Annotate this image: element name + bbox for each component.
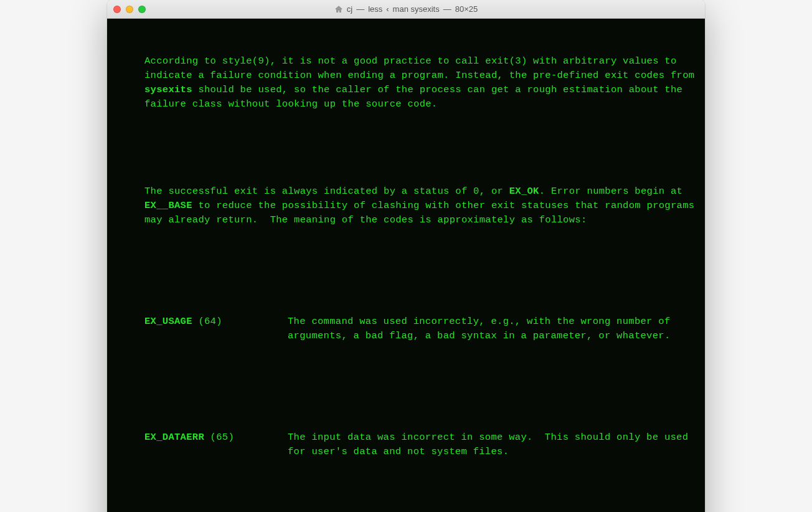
command-text: man sysexits — [393, 4, 440, 14]
chevron-left-icon: ‹ — [386, 4, 389, 14]
bold-ex-base: EX__BASE — [144, 200, 192, 211]
bold-sysexits: sysexits — [144, 84, 192, 95]
home-icon — [334, 5, 343, 14]
exit-code-name: EX_USAGE — [144, 316, 192, 327]
exit-code-number: (65) — [204, 432, 234, 443]
process-name: less — [368, 4, 382, 14]
minimize-button[interactable] — [126, 6, 133, 13]
exit-code-number: (64) — [192, 316, 222, 327]
terminal-dimensions: 80×25 — [455, 4, 478, 14]
exit-code-name: EX_DATAERR — [144, 432, 204, 443]
man-entry: EX_DATAERR (65) The input data was incor… — [115, 430, 697, 460]
terminal-viewport[interactable]: According to style(9), it is not a good … — [107, 19, 705, 512]
close-button[interactable] — [113, 6, 121, 13]
folder-name: cj — [347, 4, 352, 14]
man-paragraph: The successful exit is always indicated … — [115, 184, 697, 228]
zoom-button[interactable] — [138, 6, 146, 13]
traffic-lights — [113, 6, 146, 13]
bold-ex-ok: EX_OK — [509, 186, 539, 197]
terminal-window: cj — less ‹ man sysexits — 80×25 Accordi… — [107, 0, 705, 512]
exit-code-desc: The command was used incorrectly, e.g., … — [288, 315, 697, 344]
titlebar[interactable]: cj — less ‹ man sysexits — 80×25 — [107, 0, 705, 19]
man-paragraph: According to style(9), it is not a good … — [115, 54, 697, 112]
exit-code-desc: The input data was incorrect in some way… — [288, 430, 697, 460]
man-entry: EX_USAGE (64) The command was used incor… — [115, 315, 697, 344]
window-title: cj — less ‹ man sysexits — 80×25 — [334, 4, 478, 14]
